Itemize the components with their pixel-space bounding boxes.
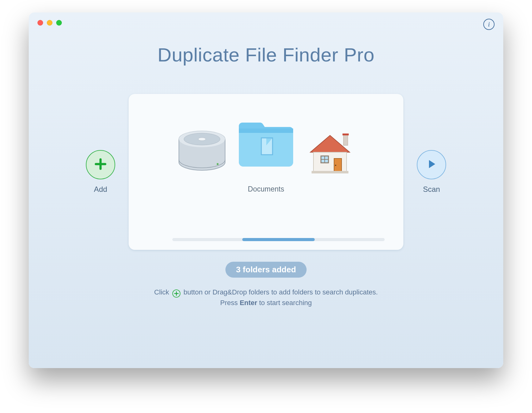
status-badge: 3 folders added: [225, 262, 307, 278]
hint-line2-post: to start searching: [259, 299, 312, 307]
folder-item-home[interactable]: [303, 122, 360, 184]
info-button[interactable]: i: [483, 19, 495, 30]
app-title: Duplicate File Finder Pro: [29, 44, 503, 66]
window-controls: [37, 20, 62, 26]
scan-button[interactable]: [417, 150, 446, 179]
hint-line2-bold: Enter: [240, 299, 257, 307]
play-icon: [425, 158, 438, 172]
scan-button-label: Scan: [416, 185, 447, 194]
hard-drive-icon: [175, 126, 229, 180]
plus-icon: [94, 158, 107, 172]
folder-item-documents[interactable]: Documents: [235, 113, 297, 193]
scan-button-group: Scan: [416, 150, 447, 194]
window-minimize-button[interactable]: [47, 20, 52, 26]
folders-carousel: Documents: [172, 113, 360, 193]
main-row: Add: [29, 94, 503, 250]
svg-point-14: [335, 165, 336, 166]
hint-line2-pre: Press: [220, 299, 238, 307]
app-window: i Duplicate File Finder Pro Add: [29, 12, 503, 368]
svg-rect-7: [343, 135, 348, 145]
plus-icon: [172, 289, 180, 298]
svg-rect-8: [342, 134, 349, 135]
hint-line1-post: button or Drag&Drop folders to add folde…: [184, 288, 378, 296]
svg-rect-15: [312, 171, 348, 173]
add-button-label: Add: [85, 185, 116, 194]
info-icon: i: [488, 20, 490, 28]
window-close-button[interactable]: [37, 20, 43, 26]
window-zoom-button[interactable]: [56, 20, 62, 26]
documents-folder-icon: [233, 110, 299, 177]
add-button-group: Add: [85, 150, 116, 194]
folders-drop-area[interactable]: Documents: [129, 94, 403, 250]
scrollbar-thumb[interactable]: [242, 238, 314, 241]
hint-text: Click button or Drag&Drop folders to add…: [29, 287, 503, 308]
svg-rect-6: [239, 129, 293, 133]
home-icon: [303, 126, 357, 180]
svg-point-4: [217, 163, 219, 165]
hint-line1-pre: Click: [154, 288, 169, 296]
add-button[interactable]: [86, 150, 115, 179]
folders-scrollbar[interactable]: [172, 238, 385, 241]
svg-point-3: [198, 138, 206, 141]
folder-item-label: Documents: [248, 185, 284, 193]
folder-item-drive[interactable]: [172, 122, 229, 184]
